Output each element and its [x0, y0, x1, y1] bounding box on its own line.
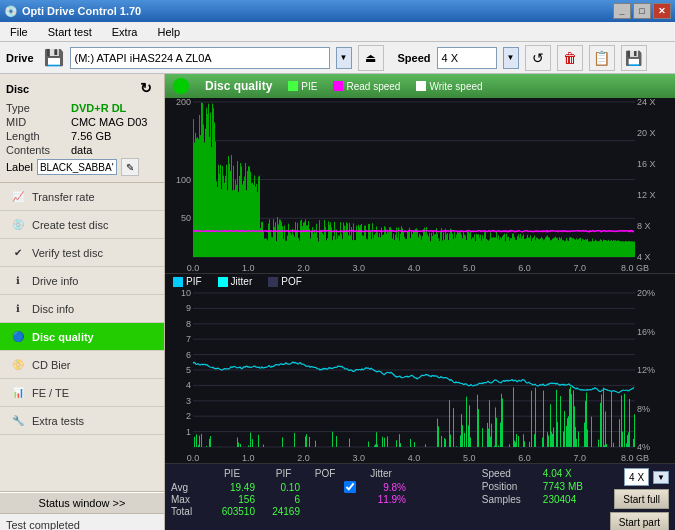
total-row-label: Total: [171, 506, 203, 517]
speed-dropdown-value[interactable]: 4 X: [624, 468, 649, 486]
right-stats: Speed 4.04 X Position 7743 MB Samples 23…: [482, 468, 602, 505]
legend-pif-color: [173, 277, 183, 287]
legend-pof: POF: [268, 276, 302, 287]
disc-label-input[interactable]: [37, 159, 117, 175]
sidebar-item-cd-bler[interactable]: 📀 CD Bier: [0, 351, 164, 379]
minimize-button[interactable]: _: [613, 3, 631, 19]
menu-start-test[interactable]: Start test: [42, 24, 98, 40]
avg-pie-value: 19.49: [203, 482, 261, 493]
disc-mid-label: MID: [6, 116, 71, 128]
disc-label-label: Label: [6, 161, 33, 173]
disc-quality-title: Disc quality: [205, 79, 272, 93]
disc-contents-value: data: [71, 144, 158, 156]
maximize-button[interactable]: □: [633, 3, 651, 19]
disc-refresh-button[interactable]: ↻: [140, 80, 158, 98]
menu-extra[interactable]: Extra: [106, 24, 144, 40]
chart2-canvas: [165, 289, 675, 463]
max-pie-value: 156: [203, 494, 261, 505]
disc-type-row: Type DVD+R DL: [6, 102, 158, 114]
disc-quality-icon: 🔵: [10, 329, 26, 345]
refresh-button[interactable]: ↺: [525, 45, 551, 71]
transfer-rate-icon: 📈: [10, 189, 26, 205]
speed-stat-value: 4.04 X: [543, 468, 572, 479]
fe-te-icon: 📊: [10, 385, 26, 401]
speed-dropdown-arrow[interactable]: ▼: [653, 471, 669, 484]
disc-length-label: Length: [6, 130, 71, 142]
menu-file[interactable]: File: [4, 24, 34, 40]
legend-read-speed: Read speed: [333, 81, 400, 92]
save-button[interactable]: 💾: [621, 45, 647, 71]
sidebar-item-create-test-disc[interactable]: 💿 Create test disc: [0, 211, 164, 239]
avg-row-label: Avg: [171, 482, 203, 493]
speed-select-arrow[interactable]: ▼: [503, 47, 519, 69]
title-bar: 💿 Opti Drive Control 1.70 _ □ ✕: [0, 0, 675, 22]
max-jitter-value: 11.9%: [356, 494, 406, 505]
start-full-button[interactable]: Start full: [614, 489, 669, 509]
stats-area: PIE PIF POF Jitter Avg 19.49 0.10 9.8%: [165, 463, 675, 530]
jitter-checkbox[interactable]: [344, 481, 356, 493]
erase-button[interactable]: 🗑: [557, 45, 583, 71]
menu-help[interactable]: Help: [151, 24, 186, 40]
legend-pif-label: PIF: [186, 276, 202, 287]
sidebar-item-disc-quality[interactable]: 🔵 Disc quality: [0, 323, 164, 351]
avg-pif-value: 0.10: [261, 482, 306, 493]
disc-label-row: Label ✎: [6, 158, 158, 176]
drive-select-value[interactable]: (M:) ATAPI iHAS224 A ZL0A: [70, 47, 330, 69]
col-pif-header: PIF: [261, 468, 306, 479]
sidebar-item-cd-bler-label: CD Bier: [32, 359, 71, 371]
speed-stat-label: Speed: [482, 468, 537, 479]
legend-jitter-color: [218, 277, 228, 287]
sidebar-item-disc-info[interactable]: ℹ Disc info: [0, 295, 164, 323]
chart2-wrapper: [165, 289, 675, 463]
disc-contents-label: Contents: [6, 144, 71, 156]
drive-select-arrow[interactable]: ▼: [336, 47, 352, 69]
copy-button[interactable]: 📋: [589, 45, 615, 71]
sidebar-item-transfer-rate-label: Transfer rate: [32, 191, 95, 203]
disc-info-icon: ℹ: [10, 301, 26, 317]
close-button[interactable]: ✕: [653, 3, 671, 19]
legend-pif: PIF: [173, 276, 202, 287]
status-text: Test completed: [0, 514, 164, 530]
nav-items: 📈 Transfer rate 💿 Create test disc ✔ Ver…: [0, 183, 164, 491]
legend-write-speed: Write speed: [416, 81, 482, 92]
content-area: Disc quality PIE Read speed Write speed: [165, 74, 675, 530]
disc-type-value: DVD+R DL: [71, 102, 158, 114]
charts-container: PIF Jitter POF: [165, 98, 675, 463]
legend-jitter: Jitter: [218, 276, 253, 287]
max-pif-value: 6: [261, 494, 306, 505]
disc-mid-row: MID CMC MAG D03: [6, 116, 158, 128]
col-jitter-header: Jitter: [356, 468, 406, 479]
col-pof-header: POF: [306, 468, 344, 479]
speed-select-value[interactable]: 4 X: [437, 47, 497, 69]
title-bar-buttons: _ □ ✕: [613, 3, 671, 19]
sidebar-item-fe-te[interactable]: 📊 FE / TE: [0, 379, 164, 407]
sidebar-item-extra-tests[interactable]: 🔧 Extra tests: [0, 407, 164, 435]
sidebar: Disc ↻ Type DVD+R DL MID CMC MAG D03 Len…: [0, 74, 165, 530]
position-stat-label: Position: [482, 481, 537, 492]
disc-label-edit-button[interactable]: ✎: [121, 158, 139, 176]
legend-write-speed-label: Write speed: [429, 81, 482, 92]
status-window-button[interactable]: Status window >>: [0, 492, 164, 514]
sidebar-item-verify-test-disc[interactable]: ✔ Verify test disc: [0, 239, 164, 267]
sidebar-item-create-test-disc-label: Create test disc: [32, 219, 108, 231]
avg-jitter-value: 9.8%: [356, 482, 406, 493]
start-part-button[interactable]: Start part: [610, 512, 669, 530]
sidebar-item-transfer-rate[interactable]: 📈 Transfer rate: [0, 183, 164, 211]
disc-section-title: Disc: [6, 83, 29, 95]
main-layout: Disc ↻ Type DVD+R DL MID CMC MAG D03 Len…: [0, 74, 675, 530]
sidebar-item-fe-te-label: FE / TE: [32, 387, 69, 399]
drive-label: Drive: [6, 52, 34, 64]
menu-bar: File Start test Extra Help: [0, 22, 675, 42]
sidebar-status-area: Status window >> Test completed: [0, 491, 164, 530]
total-pif-value: 24169: [261, 506, 306, 517]
drive-bar: Drive 💾 (M:) ATAPI iHAS224 A ZL0A ▼ ⏏ Sp…: [0, 42, 675, 74]
sidebar-item-drive-info[interactable]: ℹ Drive info: [0, 267, 164, 295]
disc-length-value: 7.56 GB: [71, 130, 158, 142]
disc-length-row: Length 7.56 GB: [6, 130, 158, 142]
title-bar-icon: 💿: [4, 5, 18, 18]
legend-pie-label: PIE: [301, 81, 317, 92]
disc-quality-header: Disc quality PIE Read speed Write speed: [165, 74, 675, 98]
eject-button[interactable]: ⏏: [358, 45, 384, 71]
verify-test-disc-icon: ✔: [10, 245, 26, 261]
title-bar-title: Opti Drive Control 1.70: [22, 5, 613, 17]
